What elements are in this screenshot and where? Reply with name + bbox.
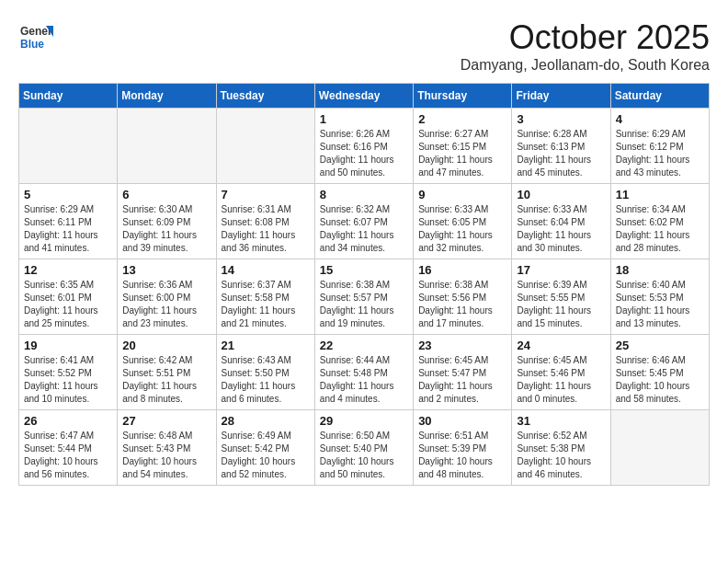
day-number: 1 (320, 112, 408, 126)
day-info: Sunrise: 6:44 AM Sunset: 5:48 PM Dayligh… (320, 354, 408, 406)
day-info: Sunrise: 6:41 AM Sunset: 5:52 PM Dayligh… (24, 354, 112, 406)
day-info: Sunrise: 6:49 AM Sunset: 5:42 PM Dayligh… (222, 430, 310, 481)
day-info: Sunrise: 6:27 AM Sunset: 6:15 PM Dayligh… (418, 128, 506, 179)
day-info: Sunrise: 6:40 AM Sunset: 5:53 PM Dayligh… (616, 279, 704, 330)
calendar-cell: 5Sunrise: 6:29 AM Sunset: 6:11 PM Daylig… (19, 184, 118, 259)
day-number: 7 (222, 188, 310, 201)
day-info: Sunrise: 6:45 AM Sunset: 5:46 PM Dayligh… (517, 354, 605, 406)
calendar-cell (19, 109, 118, 184)
calendar-cell (610, 410, 709, 486)
day-info: Sunrise: 6:33 AM Sunset: 6:04 PM Dayligh… (517, 203, 605, 255)
calendar-cell: 2Sunrise: 6:27 AM Sunset: 6:15 PM Daylig… (414, 109, 512, 184)
month-title: October 2025 (461, 18, 710, 57)
day-number: 14 (222, 263, 310, 277)
calendar-cell: 9Sunrise: 6:33 AM Sunset: 6:05 PM Daylig… (414, 184, 512, 259)
day-header-tuesday: Tuesday (216, 84, 314, 109)
calendar-cell: 22Sunrise: 6:44 AM Sunset: 5:48 PM Dayli… (314, 335, 413, 410)
calendar-cell: 18Sunrise: 6:40 AM Sunset: 5:53 PM Dayli… (610, 259, 709, 335)
calendar-cell: 28Sunrise: 6:49 AM Sunset: 5:42 PM Dayli… (216, 410, 314, 486)
day-number: 27 (122, 414, 210, 428)
calendar-cell: 19Sunrise: 6:41 AM Sunset: 5:52 PM Dayli… (19, 335, 118, 410)
day-number: 20 (122, 339, 210, 352)
day-number: 24 (517, 339, 605, 352)
day-header-friday: Friday (512, 84, 610, 109)
day-info: Sunrise: 6:36 AM Sunset: 6:00 PM Dayligh… (122, 279, 210, 330)
day-number: 5 (24, 188, 112, 201)
day-number: 9 (418, 188, 506, 201)
day-number: 21 (222, 339, 310, 352)
day-header-sunday: Sunday (19, 84, 118, 109)
day-info: Sunrise: 6:46 AM Sunset: 5:45 PM Dayligh… (616, 354, 704, 406)
day-info: Sunrise: 6:39 AM Sunset: 5:55 PM Dayligh… (517, 279, 605, 330)
day-info: Sunrise: 6:43 AM Sunset: 5:50 PM Dayligh… (222, 354, 310, 406)
day-number: 10 (517, 188, 605, 201)
logo: General Blue (18, 18, 53, 53)
day-number: 30 (418, 414, 506, 428)
day-number: 11 (616, 188, 704, 201)
calendar-cell: 10Sunrise: 6:33 AM Sunset: 6:04 PM Dayli… (512, 184, 610, 259)
day-info: Sunrise: 6:29 AM Sunset: 6:11 PM Dayligh… (24, 203, 112, 255)
day-info: Sunrise: 6:47 AM Sunset: 5:44 PM Dayligh… (24, 430, 112, 481)
day-info: Sunrise: 6:50 AM Sunset: 5:40 PM Dayligh… (320, 430, 408, 481)
day-number: 18 (616, 263, 704, 277)
week-row-4: 19Sunrise: 6:41 AM Sunset: 5:52 PM Dayli… (19, 335, 710, 410)
calendar-cell: 23Sunrise: 6:45 AM Sunset: 5:47 PM Dayli… (414, 335, 512, 410)
calendar-cell: 6Sunrise: 6:30 AM Sunset: 6:09 PM Daylig… (118, 184, 216, 259)
day-number: 31 (517, 414, 605, 428)
calendar-table: SundayMondayTuesdayWednesdayThursdayFrid… (18, 83, 710, 486)
day-header-saturday: Saturday (610, 84, 709, 109)
day-number: 23 (418, 339, 506, 352)
day-number: 16 (418, 263, 506, 277)
day-number: 19 (24, 339, 112, 352)
day-info: Sunrise: 6:42 AM Sunset: 5:51 PM Dayligh… (122, 354, 210, 406)
day-info: Sunrise: 6:34 AM Sunset: 6:02 PM Dayligh… (616, 203, 704, 255)
calendar-cell: 26Sunrise: 6:47 AM Sunset: 5:44 PM Dayli… (19, 410, 118, 486)
calendar-cell: 21Sunrise: 6:43 AM Sunset: 5:50 PM Dayli… (216, 335, 314, 410)
day-info: Sunrise: 6:28 AM Sunset: 6:13 PM Dayligh… (517, 128, 605, 179)
day-info: Sunrise: 6:38 AM Sunset: 5:56 PM Dayligh… (418, 279, 506, 330)
day-info: Sunrise: 6:52 AM Sunset: 5:38 PM Dayligh… (517, 430, 605, 481)
day-info: Sunrise: 6:37 AM Sunset: 5:58 PM Dayligh… (222, 279, 310, 330)
calendar-cell: 20Sunrise: 6:42 AM Sunset: 5:51 PM Dayli… (118, 335, 216, 410)
day-number: 22 (320, 339, 408, 352)
day-number: 6 (122, 188, 210, 201)
week-row-1: 1Sunrise: 6:26 AM Sunset: 6:16 PM Daylig… (19, 109, 710, 184)
day-number: 15 (320, 263, 408, 277)
logo-icon: General Blue (18, 18, 53, 53)
day-info: Sunrise: 6:38 AM Sunset: 5:57 PM Dayligh… (320, 279, 408, 330)
calendar-cell: 16Sunrise: 6:38 AM Sunset: 5:56 PM Dayli… (414, 259, 512, 335)
day-number: 4 (616, 112, 704, 126)
calendar-cell: 25Sunrise: 6:46 AM Sunset: 5:45 PM Dayli… (610, 335, 709, 410)
day-number: 8 (320, 188, 408, 201)
day-info: Sunrise: 6:32 AM Sunset: 6:07 PM Dayligh… (320, 203, 408, 255)
day-number: 13 (122, 263, 210, 277)
day-info: Sunrise: 6:45 AM Sunset: 5:47 PM Dayligh… (418, 354, 506, 406)
calendar-cell: 4Sunrise: 6:29 AM Sunset: 6:12 PM Daylig… (610, 109, 709, 184)
day-info: Sunrise: 6:48 AM Sunset: 5:43 PM Dayligh… (122, 430, 210, 481)
page-header: General Blue October 2025 Damyang, Jeoll… (18, 18, 710, 74)
calendar-cell: 30Sunrise: 6:51 AM Sunset: 5:39 PM Dayli… (414, 410, 512, 486)
day-number: 17 (517, 263, 605, 277)
day-info: Sunrise: 6:35 AM Sunset: 6:01 PM Dayligh… (24, 279, 112, 330)
calendar-cell: 29Sunrise: 6:50 AM Sunset: 5:40 PM Dayli… (314, 410, 413, 486)
calendar-cell: 11Sunrise: 6:34 AM Sunset: 6:02 PM Dayli… (610, 184, 709, 259)
day-number: 26 (24, 414, 112, 428)
week-row-3: 12Sunrise: 6:35 AM Sunset: 6:01 PM Dayli… (19, 259, 710, 335)
week-row-5: 26Sunrise: 6:47 AM Sunset: 5:44 PM Dayli… (19, 410, 710, 486)
calendar-cell: 8Sunrise: 6:32 AM Sunset: 6:07 PM Daylig… (314, 184, 413, 259)
calendar-cell: 3Sunrise: 6:28 AM Sunset: 6:13 PM Daylig… (512, 109, 610, 184)
calendar-cell: 24Sunrise: 6:45 AM Sunset: 5:46 PM Dayli… (512, 335, 610, 410)
day-info: Sunrise: 6:29 AM Sunset: 6:12 PM Dayligh… (616, 128, 704, 179)
calendar-cell: 13Sunrise: 6:36 AM Sunset: 6:00 PM Dayli… (118, 259, 216, 335)
calendar-cell: 7Sunrise: 6:31 AM Sunset: 6:08 PM Daylig… (216, 184, 314, 259)
day-info: Sunrise: 6:51 AM Sunset: 5:39 PM Dayligh… (418, 430, 506, 481)
title-block: October 2025 Damyang, Jeollanam-do, Sout… (461, 18, 710, 74)
calendar-cell (216, 109, 314, 184)
calendar-cell: 15Sunrise: 6:38 AM Sunset: 5:57 PM Dayli… (314, 259, 413, 335)
location: Damyang, Jeollanam-do, South Korea (461, 57, 710, 74)
calendar-cell: 17Sunrise: 6:39 AM Sunset: 5:55 PM Dayli… (512, 259, 610, 335)
day-header-wednesday: Wednesday (314, 84, 413, 109)
day-header-monday: Monday (118, 84, 216, 109)
day-number: 12 (24, 263, 112, 277)
day-number: 29 (320, 414, 408, 428)
